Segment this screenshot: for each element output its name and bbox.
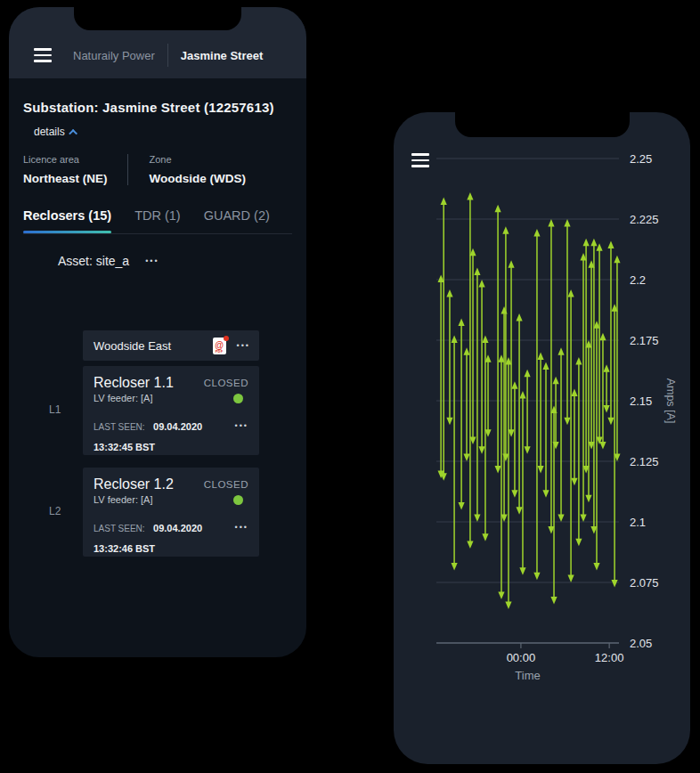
segment-down-arrow [505,601,511,609]
phone-mockup-left: Naturaily Power Jasmine Street Substatio… [9,7,306,657]
segment-down-arrow [511,490,517,498]
last-seen-date: 09.04.2020 [153,421,202,432]
segment-up-arrow [583,239,590,247]
x-axis-title: Time [515,669,540,682]
segment-up-arrow [558,347,564,355]
substation-meta: Licence area Northeast (NE) Zone Woodsid… [9,138,306,185]
segment-up-arrow [502,226,509,234]
segment-down-arrow [567,575,574,583]
segment-up-arrow [614,256,620,264]
details-label: details [34,126,65,138]
segment-up-arrow [474,267,480,275]
recloser-name: Recloser 1.2 [94,476,174,492]
segment-down-arrow [498,592,504,600]
pdf-file-icon[interactable]: @ PDF [213,338,226,354]
appbar-divider [167,44,168,67]
segment-down-arrow [533,573,540,581]
segment-up-arrow [524,370,530,378]
last-seen-time: 13:32:45 BST [94,442,248,452]
segment-up-arrow [533,229,540,237]
site-card-menu-icon[interactable]: ••• [237,342,250,350]
licence-area-block: Licence area Northeast (NE) [23,154,127,185]
segment-down-arrow [603,405,609,413]
segment-down-arrow [458,502,464,510]
segment-up-arrow [548,219,554,227]
chevron-up-icon [69,128,77,137]
y-tick-label: 2.25 [630,152,652,166]
segment-down-arrow [519,567,525,575]
tab-tdr[interactable]: TDR (1) [134,208,181,233]
recloser-menu-icon[interactable]: ••• [235,524,248,532]
asset-menu-icon[interactable]: ••• [145,257,159,265]
last-seen-label: LAST SEEN: [94,422,145,432]
amps-time-chart: 2.252.2252.22.1752.152.1252.12.0752.0500… [394,112,690,764]
segment-down-arrow [564,418,570,426]
segment-down-arrow [524,446,530,454]
status-ok-dot [233,394,243,403]
segment-up-arrow [508,260,514,268]
site-card[interactable]: Woodside East @ PDF ••• [83,330,259,361]
y-tick-label: 2.225 [630,213,659,226]
segment-up-arrow [516,313,522,321]
segment-up-arrow [511,381,517,389]
segment-up-arrow [441,198,447,206]
y-tick-label: 2.2 [630,273,646,287]
last-seen-time: 13:32:46 BST [94,543,248,554]
recloser-menu-icon[interactable]: ••• [235,422,248,430]
status-badge: CLOSED [204,476,248,490]
segment-up-arrow [596,243,602,251]
segment-down-arrow [593,563,599,571]
segment-down-arrow [611,580,617,588]
last-seen-date: 09.04.2020 [153,523,202,533]
segment-down-arrow [571,478,577,486]
tab-guard[interactable]: GUARD (2) [204,208,270,233]
segment-up-arrow [552,377,558,385]
notification-dot [224,336,229,341]
page-title: Jasmine Street [181,49,264,62]
segment-up-arrow [571,388,577,396]
segment-down-arrow [451,563,457,571]
feeder-label: LV feeder: [A] [94,494,152,505]
phone-notch [455,112,630,137]
segment-up-arrow [542,362,549,370]
details-toggle[interactable]: details [9,115,306,138]
phone-mockup-right: 2.252.2252.22.1752.152.1252.12.0752.0500… [394,112,690,764]
segment-up-arrow [458,319,464,327]
segment-down-arrow [463,454,469,462]
segment-up-arrow [467,192,473,200]
segment-up-arrow [482,336,488,344]
segment-up-arrow [494,205,501,213]
substation-title: Substation: Jasmine Street (12257613) [9,78,306,115]
status-ok-dot [233,495,243,505]
x-tick-label: 12:00 [595,651,624,664]
segment-up-arrow [537,353,543,361]
recloser-card-2[interactable]: L2 Recloser 1.2 CLOSED LV feeder: [A] LA… [83,468,259,557]
menu-icon[interactable] [34,48,52,62]
segment-up-arrow [607,240,614,248]
segment-down-arrow [516,507,522,515]
segment-down-arrow [478,446,484,454]
y-tick-label: 2.1 [630,516,646,529]
recloser-card-1[interactable]: L1 Recloser 1.1 CLOSED LV feeder: [A] LA… [83,366,259,455]
segment-down-arrow [537,466,543,474]
asset-tabs: Reclosers (15) TDR (1) GUARD (2) [9,185,306,233]
y-tick-label: 2.05 [630,637,652,650]
line-label-l1: L1 [49,403,61,416]
segment-up-arrow [603,364,609,372]
segment-down-arrow [467,541,473,549]
segment-up-arrow [463,347,469,355]
segment-up-arrow [599,333,606,341]
licence-area-value: Northeast (NE) [23,172,108,185]
segment-up-arrow [478,280,484,288]
tab-reclosers[interactable]: Reclosers (15) [23,208,111,233]
feeder-label: LV feeder: [A] [94,393,152,403]
licence-area-label: Licence area [23,154,108,165]
segment-down-arrow [494,466,501,474]
segment-down-arrow [550,597,557,605]
y-axis-title: Amps [A] [664,378,677,424]
phone-notch [74,7,241,30]
segment-down-arrow [446,418,452,426]
segment-down-arrow [580,515,586,523]
site-card-title: Woodside East [94,339,213,353]
zone-label: Zone [150,154,247,165]
